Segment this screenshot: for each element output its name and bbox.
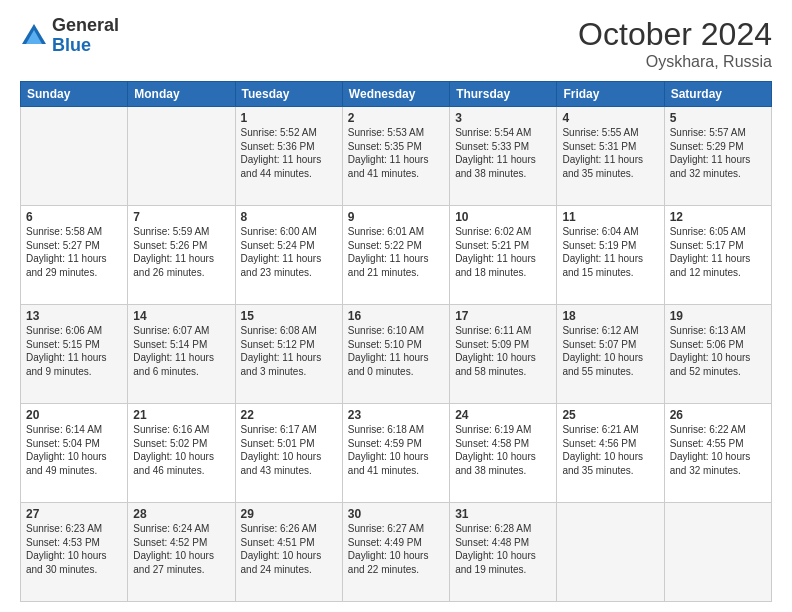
day-number: 9 [348, 210, 444, 224]
calendar-cell: 19Sunrise: 6:13 AM Sunset: 5:06 PM Dayli… [664, 305, 771, 404]
day-number: 5 [670, 111, 766, 125]
week-row-5: 27Sunrise: 6:23 AM Sunset: 4:53 PM Dayli… [21, 503, 772, 602]
day-info: Sunrise: 6:14 AM Sunset: 5:04 PM Dayligh… [26, 423, 122, 477]
calendar-cell: 18Sunrise: 6:12 AM Sunset: 5:07 PM Dayli… [557, 305, 664, 404]
day-number: 3 [455, 111, 551, 125]
calendar-cell: 29Sunrise: 6:26 AM Sunset: 4:51 PM Dayli… [235, 503, 342, 602]
calendar-cell: 23Sunrise: 6:18 AM Sunset: 4:59 PM Dayli… [342, 404, 449, 503]
calendar-body: 1Sunrise: 5:52 AM Sunset: 5:36 PM Daylig… [21, 107, 772, 602]
calendar-cell: 7Sunrise: 5:59 AM Sunset: 5:26 PM Daylig… [128, 206, 235, 305]
day-of-week-sunday: Sunday [21, 82, 128, 107]
day-of-week-saturday: Saturday [664, 82, 771, 107]
day-number: 1 [241, 111, 337, 125]
day-number: 31 [455, 507, 551, 521]
calendar-cell: 14Sunrise: 6:07 AM Sunset: 5:14 PM Dayli… [128, 305, 235, 404]
day-info: Sunrise: 5:59 AM Sunset: 5:26 PM Dayligh… [133, 225, 229, 279]
header: General Blue October 2024 Oyskhara, Russ… [20, 16, 772, 71]
day-info: Sunrise: 6:17 AM Sunset: 5:01 PM Dayligh… [241, 423, 337, 477]
day-info: Sunrise: 6:27 AM Sunset: 4:49 PM Dayligh… [348, 522, 444, 576]
calendar-header: SundayMondayTuesdayWednesdayThursdayFrid… [21, 82, 772, 107]
day-of-week-thursday: Thursday [450, 82, 557, 107]
day-number: 29 [241, 507, 337, 521]
day-info: Sunrise: 6:24 AM Sunset: 4:52 PM Dayligh… [133, 522, 229, 576]
calendar-cell: 17Sunrise: 6:11 AM Sunset: 5:09 PM Dayli… [450, 305, 557, 404]
day-number: 20 [26, 408, 122, 422]
day-number: 19 [670, 309, 766, 323]
day-number: 7 [133, 210, 229, 224]
day-info: Sunrise: 5:57 AM Sunset: 5:29 PM Dayligh… [670, 126, 766, 180]
day-number: 4 [562, 111, 658, 125]
calendar-cell: 3Sunrise: 5:54 AM Sunset: 5:33 PM Daylig… [450, 107, 557, 206]
day-number: 10 [455, 210, 551, 224]
day-number: 28 [133, 507, 229, 521]
calendar-cell: 21Sunrise: 6:16 AM Sunset: 5:02 PM Dayli… [128, 404, 235, 503]
logo-text: General Blue [52, 16, 119, 56]
day-number: 21 [133, 408, 229, 422]
day-number: 8 [241, 210, 337, 224]
day-info: Sunrise: 6:16 AM Sunset: 5:02 PM Dayligh… [133, 423, 229, 477]
day-number: 16 [348, 309, 444, 323]
day-number: 17 [455, 309, 551, 323]
logo-general: General [52, 16, 119, 36]
day-info: Sunrise: 6:11 AM Sunset: 5:09 PM Dayligh… [455, 324, 551, 378]
page: General Blue October 2024 Oyskhara, Russ… [0, 0, 792, 612]
day-info: Sunrise: 6:07 AM Sunset: 5:14 PM Dayligh… [133, 324, 229, 378]
day-info: Sunrise: 5:53 AM Sunset: 5:35 PM Dayligh… [348, 126, 444, 180]
week-row-3: 13Sunrise: 6:06 AM Sunset: 5:15 PM Dayli… [21, 305, 772, 404]
location: Oyskhara, Russia [578, 53, 772, 71]
calendar-cell [557, 503, 664, 602]
day-number: 2 [348, 111, 444, 125]
calendar-cell: 16Sunrise: 6:10 AM Sunset: 5:10 PM Dayli… [342, 305, 449, 404]
calendar-cell: 13Sunrise: 6:06 AM Sunset: 5:15 PM Dayli… [21, 305, 128, 404]
day-number: 18 [562, 309, 658, 323]
calendar-cell: 1Sunrise: 5:52 AM Sunset: 5:36 PM Daylig… [235, 107, 342, 206]
calendar: SundayMondayTuesdayWednesdayThursdayFrid… [20, 81, 772, 602]
day-info: Sunrise: 6:13 AM Sunset: 5:06 PM Dayligh… [670, 324, 766, 378]
day-info: Sunrise: 6:04 AM Sunset: 5:19 PM Dayligh… [562, 225, 658, 279]
calendar-cell: 2Sunrise: 5:53 AM Sunset: 5:35 PM Daylig… [342, 107, 449, 206]
calendar-cell: 30Sunrise: 6:27 AM Sunset: 4:49 PM Dayli… [342, 503, 449, 602]
day-number: 13 [26, 309, 122, 323]
calendar-cell: 27Sunrise: 6:23 AM Sunset: 4:53 PM Dayli… [21, 503, 128, 602]
week-row-2: 6Sunrise: 5:58 AM Sunset: 5:27 PM Daylig… [21, 206, 772, 305]
calendar-cell: 28Sunrise: 6:24 AM Sunset: 4:52 PM Dayli… [128, 503, 235, 602]
calendar-cell [128, 107, 235, 206]
calendar-cell: 20Sunrise: 6:14 AM Sunset: 5:04 PM Dayli… [21, 404, 128, 503]
day-info: Sunrise: 6:08 AM Sunset: 5:12 PM Dayligh… [241, 324, 337, 378]
calendar-cell: 24Sunrise: 6:19 AM Sunset: 4:58 PM Dayli… [450, 404, 557, 503]
day-number: 14 [133, 309, 229, 323]
day-info: Sunrise: 6:12 AM Sunset: 5:07 PM Dayligh… [562, 324, 658, 378]
calendar-cell: 8Sunrise: 6:00 AM Sunset: 5:24 PM Daylig… [235, 206, 342, 305]
logo-area: General Blue [20, 16, 119, 56]
day-of-week-monday: Monday [128, 82, 235, 107]
day-info: Sunrise: 5:55 AM Sunset: 5:31 PM Dayligh… [562, 126, 658, 180]
calendar-cell: 15Sunrise: 6:08 AM Sunset: 5:12 PM Dayli… [235, 305, 342, 404]
day-info: Sunrise: 6:23 AM Sunset: 4:53 PM Dayligh… [26, 522, 122, 576]
day-number: 26 [670, 408, 766, 422]
day-info: Sunrise: 6:10 AM Sunset: 5:10 PM Dayligh… [348, 324, 444, 378]
day-info: Sunrise: 6:06 AM Sunset: 5:15 PM Dayligh… [26, 324, 122, 378]
day-number: 6 [26, 210, 122, 224]
day-info: Sunrise: 6:18 AM Sunset: 4:59 PM Dayligh… [348, 423, 444, 477]
day-info: Sunrise: 6:05 AM Sunset: 5:17 PM Dayligh… [670, 225, 766, 279]
logo-blue: Blue [52, 36, 119, 56]
day-number: 11 [562, 210, 658, 224]
calendar-cell [21, 107, 128, 206]
day-info: Sunrise: 6:01 AM Sunset: 5:22 PM Dayligh… [348, 225, 444, 279]
day-info: Sunrise: 5:52 AM Sunset: 5:36 PM Dayligh… [241, 126, 337, 180]
day-number: 27 [26, 507, 122, 521]
day-of-week-tuesday: Tuesday [235, 82, 342, 107]
title-area: October 2024 Oyskhara, Russia [578, 16, 772, 71]
day-info: Sunrise: 6:22 AM Sunset: 4:55 PM Dayligh… [670, 423, 766, 477]
day-info: Sunrise: 6:00 AM Sunset: 5:24 PM Dayligh… [241, 225, 337, 279]
header-row: SundayMondayTuesdayWednesdayThursdayFrid… [21, 82, 772, 107]
day-info: Sunrise: 6:02 AM Sunset: 5:21 PM Dayligh… [455, 225, 551, 279]
calendar-cell: 4Sunrise: 5:55 AM Sunset: 5:31 PM Daylig… [557, 107, 664, 206]
month-title: October 2024 [578, 16, 772, 53]
day-number: 30 [348, 507, 444, 521]
calendar-cell: 25Sunrise: 6:21 AM Sunset: 4:56 PM Dayli… [557, 404, 664, 503]
calendar-cell: 22Sunrise: 6:17 AM Sunset: 5:01 PM Dayli… [235, 404, 342, 503]
calendar-cell: 6Sunrise: 5:58 AM Sunset: 5:27 PM Daylig… [21, 206, 128, 305]
calendar-cell: 9Sunrise: 6:01 AM Sunset: 5:22 PM Daylig… [342, 206, 449, 305]
day-info: Sunrise: 6:19 AM Sunset: 4:58 PM Dayligh… [455, 423, 551, 477]
